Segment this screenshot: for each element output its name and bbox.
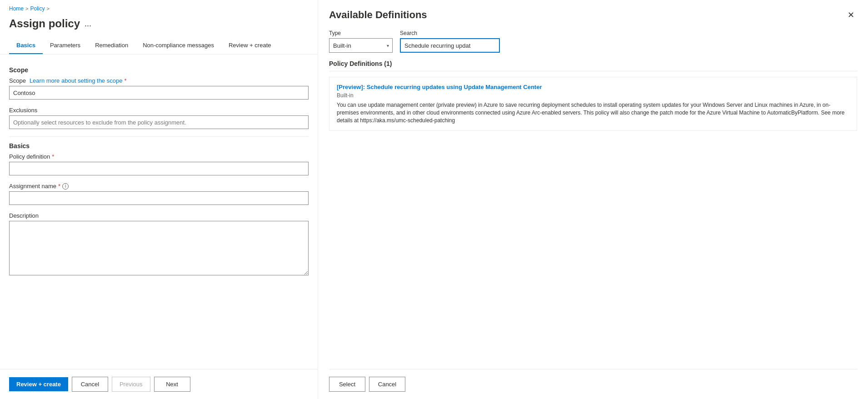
breadcrumb-sep1: > (25, 6, 28, 11)
policy-card[interactable]: [Preview]: Schedule recurring updates us… (329, 77, 857, 131)
assignment-name-label-text: Assignment name (9, 183, 56, 190)
assignment-name-field-group: Assignment name * i (9, 183, 309, 205)
search-filter-label: Search (400, 30, 500, 36)
select-button[interactable]: Select (329, 377, 365, 392)
results-area: [Preview]: Schedule recurring updates us… (329, 77, 857, 369)
tab-noncompliance[interactable]: Non-compliance messages (135, 37, 221, 54)
section-divider-1 (9, 136, 309, 137)
scope-field-group: Scope Learn more about setting the scope… (9, 77, 309, 100)
form-footer: Review + create Cancel Previous Next (0, 369, 318, 399)
type-select-wrapper: Built-in Custom Static ▾ (329, 38, 393, 53)
type-filter-group: Type Built-in Custom Static ▾ (329, 30, 393, 53)
scope-required: * (124, 77, 126, 84)
policy-def-label-text: Policy definition (9, 153, 50, 160)
scope-label-text: Scope (9, 77, 26, 84)
search-filter-group: Search (400, 30, 500, 53)
exclusions-input[interactable] (9, 115, 309, 129)
basics-section-label: Basics (9, 142, 309, 150)
close-button[interactable]: ✕ (845, 9, 857, 21)
breadcrumb-policy[interactable]: Policy (30, 5, 45, 12)
flyout-panel: Available Definitions ✕ Type Built-in Cu… (318, 0, 868, 399)
page-title: Assign policy (9, 17, 80, 30)
tab-remediation[interactable]: Remediation (88, 37, 135, 54)
flyout-cancel-button[interactable]: Cancel (369, 377, 405, 392)
policy-type: Built-in (337, 92, 849, 99)
tab-review-create[interactable]: Review + create (221, 37, 279, 54)
filter-row: Type Built-in Custom Static ▾ Search (329, 30, 857, 53)
flyout-title: Available Definitions (329, 9, 427, 21)
more-options-icon[interactable]: ... (85, 19, 91, 29)
exclusions-field-group: Exclusions (9, 107, 309, 129)
description-field-group: Description (9, 212, 309, 277)
page-title-container: Assign policy ... (0, 15, 318, 37)
assignment-name-label: Assignment name * i (9, 183, 309, 190)
assignment-name-input[interactable] (9, 191, 309, 205)
next-button[interactable]: Next (154, 377, 190, 392)
form-content: Scope Scope Learn more about setting the… (0, 55, 318, 369)
scope-section-label: Scope (9, 66, 309, 74)
assignment-name-info-icon[interactable]: i (62, 183, 69, 190)
scope-learn-more-link[interactable]: Learn more about setting the scope (30, 77, 123, 84)
flyout-footer: Select Cancel (329, 369, 857, 392)
policy-def-required: * (52, 153, 54, 160)
description-label: Description (9, 212, 309, 219)
cancel-button[interactable]: Cancel (72, 377, 108, 392)
review-create-button[interactable]: Review + create (9, 377, 68, 391)
description-textarea[interactable] (9, 221, 309, 275)
policy-description: You can use update management center (pr… (337, 101, 849, 124)
scope-field-label: Scope Learn more about setting the scope… (9, 77, 309, 84)
search-input[interactable] (400, 38, 500, 53)
flyout-header: Available Definitions ✕ (329, 9, 857, 21)
policy-def-label: Policy definition * (9, 153, 309, 160)
breadcrumb: Home > Policy > (0, 0, 318, 15)
policy-name: [Preview]: Schedule recurring updates us… (337, 84, 849, 90)
tab-parameters[interactable]: Parameters (43, 37, 88, 54)
type-filter-label: Type (329, 30, 393, 36)
policy-def-field-group: Policy definition * (9, 153, 309, 175)
policy-def-input[interactable] (9, 162, 309, 175)
left-panel: Home > Policy > Assign policy ... Basics… (0, 0, 318, 399)
previous-button[interactable]: Previous (112, 377, 150, 392)
breadcrumb-home[interactable]: Home (9, 5, 24, 12)
exclusions-label: Exclusions (9, 107, 309, 114)
type-select[interactable]: Built-in Custom Static (329, 38, 393, 53)
breadcrumb-sep2: > (46, 6, 49, 11)
tab-basics[interactable]: Basics (9, 37, 43, 54)
assignment-name-required: * (58, 183, 60, 190)
scope-input[interactable] (9, 86, 309, 100)
results-header: Policy Definitions (1) (329, 60, 857, 71)
tab-bar: Basics Parameters Remediation Non-compli… (0, 37, 318, 55)
